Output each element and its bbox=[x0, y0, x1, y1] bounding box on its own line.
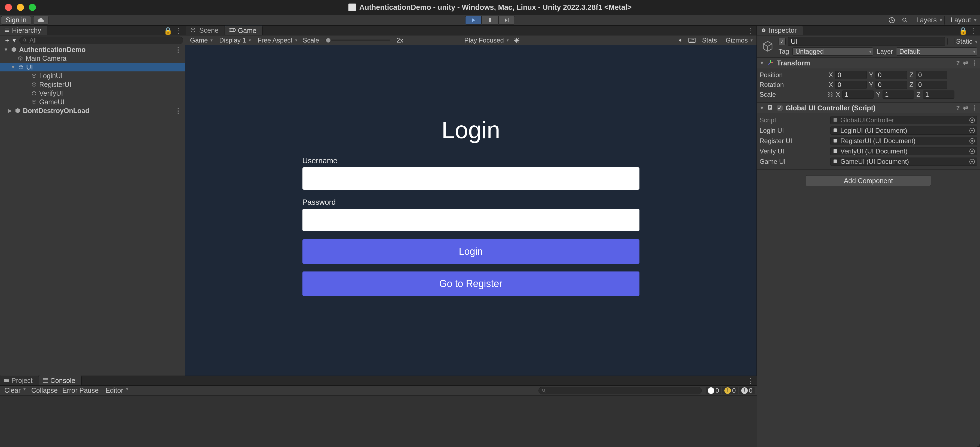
step-button[interactable] bbox=[498, 16, 515, 24]
editor-dropdown[interactable]: Editor bbox=[103, 386, 129, 394]
object-picker-icon[interactable] bbox=[969, 138, 975, 144]
scale-y-input[interactable] bbox=[883, 91, 914, 99]
panel-menu-icon[interactable]: ⋮ bbox=[970, 27, 977, 35]
gameobject-row[interactable]: RegisterUI bbox=[0, 80, 185, 89]
component-enabled-checkbox[interactable]: ✓ bbox=[777, 105, 783, 111]
scale-z-input[interactable] bbox=[923, 91, 955, 99]
layer-dropdown[interactable]: Default bbox=[896, 48, 977, 56]
close-window-button[interactable] bbox=[5, 4, 12, 11]
play-button[interactable] bbox=[465, 16, 482, 24]
object-reference[interactable]: GameUI (UI Document) bbox=[830, 158, 977, 166]
go-to-register-button[interactable]: Go to Register bbox=[302, 271, 640, 296]
gameobject-row[interactable]: LoginUI bbox=[0, 72, 185, 80]
gameobject-row[interactable]: Main Camera bbox=[0, 54, 185, 63]
vsync-icon-button[interactable] bbox=[512, 37, 521, 44]
object-picker-icon[interactable] bbox=[969, 128, 975, 133]
project-tab[interactable]: Project bbox=[0, 375, 39, 385]
scene-tab[interactable]: Scene bbox=[186, 26, 225, 35]
create-dropdown[interactable]: ＋ ▾ bbox=[2, 36, 18, 45]
collapse-arrow-icon: ▼ bbox=[759, 105, 764, 111]
help-icon[interactable]: ? bbox=[956, 59, 960, 67]
cloud-button[interactable] bbox=[33, 16, 48, 24]
game-mode-dropdown[interactable]: Game bbox=[187, 37, 214, 44]
tag-dropdown[interactable]: Untagged bbox=[792, 48, 873, 56]
error-count-button[interactable]: !0 bbox=[739, 387, 755, 394]
add-component-button[interactable]: Add Component bbox=[806, 175, 931, 186]
preset-icon[interactable]: ⇄ bbox=[963, 59, 968, 67]
row-menu-icon[interactable]: ⋮ bbox=[175, 107, 181, 115]
panel-menu-icon[interactable]: ⋮ bbox=[175, 27, 182, 35]
rot-y-input[interactable] bbox=[875, 81, 907, 89]
object-picker-icon[interactable] bbox=[969, 159, 975, 164]
console-tab[interactable]: Console bbox=[39, 375, 82, 385]
scale-x-input[interactable] bbox=[842, 91, 874, 99]
rot-x-input[interactable] bbox=[835, 81, 867, 89]
collapse-button[interactable]: Collapse bbox=[31, 386, 58, 394]
gizmos-dropdown[interactable]: Gizmos bbox=[723, 37, 754, 44]
row-menu-icon[interactable]: ⋮ bbox=[175, 46, 181, 54]
gameobject-row-selected[interactable]: ▼ UI bbox=[0, 63, 185, 72]
panel-menu-icon[interactable]: ⋮ bbox=[747, 377, 754, 385]
stats-button[interactable]: Stats bbox=[699, 37, 720, 44]
search-button[interactable] bbox=[899, 16, 910, 24]
pos-x-input[interactable] bbox=[835, 71, 867, 79]
game-tab[interactable]: Game bbox=[225, 26, 263, 35]
scale-slider[interactable] bbox=[325, 40, 390, 41]
folder-icon bbox=[4, 378, 9, 383]
component-header[interactable]: ▼ Transform ? ⇄ ⋮ bbox=[757, 57, 980, 69]
panel-menu-icon[interactable]: ⋮ bbox=[747, 27, 754, 35]
scene-row[interactable]: ▶ DontDestroyOnLoad ⋮ bbox=[0, 106, 185, 115]
keyboard-icon-button[interactable] bbox=[688, 37, 696, 44]
gameobject-cube-icon[interactable] bbox=[759, 38, 776, 54]
hierarchy-search[interactable]: All bbox=[19, 37, 183, 44]
clear-dropdown[interactable]: Clear bbox=[2, 386, 27, 394]
object-reference[interactable]: RegisterUI (UI Document) bbox=[830, 137, 977, 145]
pos-z-input[interactable] bbox=[916, 71, 947, 79]
pos-y-input[interactable] bbox=[875, 71, 907, 79]
maximize-window-button[interactable] bbox=[29, 4, 36, 11]
help-icon[interactable]: ? bbox=[956, 104, 960, 112]
static-dropdown-icon[interactable] bbox=[974, 38, 977, 45]
layout-dropdown[interactable]: Layout bbox=[947, 16, 979, 24]
rot-z-input[interactable] bbox=[916, 81, 947, 89]
console-search[interactable] bbox=[538, 387, 702, 394]
minimize-window-button[interactable] bbox=[17, 4, 24, 11]
scene-row[interactable]: ▼ AuthenticationDemo ⋮ bbox=[0, 45, 185, 54]
password-input[interactable] bbox=[302, 209, 640, 231]
component-menu-icon[interactable]: ⋮ bbox=[971, 104, 977, 112]
object-picker-icon[interactable] bbox=[969, 118, 975, 123]
pause-button[interactable] bbox=[482, 16, 498, 24]
display-dropdown[interactable]: Display 1 bbox=[216, 37, 253, 44]
panel-lock-icon[interactable]: 🔒 bbox=[959, 27, 967, 35]
inspector-tab[interactable]: i Inspector bbox=[757, 26, 803, 35]
panel-lock-icon[interactable]: 🔒 bbox=[164, 27, 172, 35]
undo-history-button[interactable] bbox=[886, 16, 897, 24]
layers-dropdown[interactable]: Layers bbox=[913, 16, 945, 24]
info-count-button[interactable]: i0 bbox=[706, 387, 721, 394]
aspect-dropdown[interactable]: Free Aspect bbox=[255, 37, 299, 44]
component-header[interactable]: ▼ ✓ Global UI Controller (Script) ? ⇄ ⋮ bbox=[757, 102, 980, 113]
login-button[interactable]: Login bbox=[302, 239, 640, 264]
object-picker-icon[interactable] bbox=[969, 148, 975, 154]
mute-audio-button[interactable] bbox=[677, 37, 685, 44]
slider-knob[interactable] bbox=[326, 38, 331, 43]
warn-count-button[interactable]: !0 bbox=[722, 387, 738, 394]
script-reference[interactable]: GlobalUIController bbox=[830, 116, 977, 124]
component-menu-icon[interactable]: ⋮ bbox=[971, 59, 977, 67]
script-field-label: Script bbox=[759, 117, 830, 124]
gameobject-row[interactable]: GameUI bbox=[0, 97, 185, 106]
play-icon bbox=[471, 18, 476, 23]
object-name-input[interactable] bbox=[788, 37, 945, 46]
static-checkbox[interactable] bbox=[947, 38, 955, 45]
error-pause-button[interactable]: Error Pause bbox=[62, 386, 99, 394]
username-input[interactable] bbox=[302, 168, 640, 190]
gameobject-row[interactable]: VerifyUI bbox=[0, 89, 185, 97]
active-checkbox[interactable]: ✓ bbox=[778, 38, 786, 45]
sign-in-button[interactable]: Sign in bbox=[1, 16, 31, 24]
object-reference[interactable]: VerifyUI (UI Document) bbox=[830, 147, 977, 155]
object-reference[interactable]: LoginUI (UI Document) bbox=[830, 126, 977, 135]
hierarchy-tab[interactable]: Hierarchy bbox=[0, 26, 48, 35]
preset-icon[interactable]: ⇄ bbox=[963, 104, 968, 112]
constrain-proportions-icon[interactable]: ⛓ bbox=[827, 92, 833, 98]
play-focused-dropdown[interactable]: Play Focused bbox=[462, 37, 511, 44]
